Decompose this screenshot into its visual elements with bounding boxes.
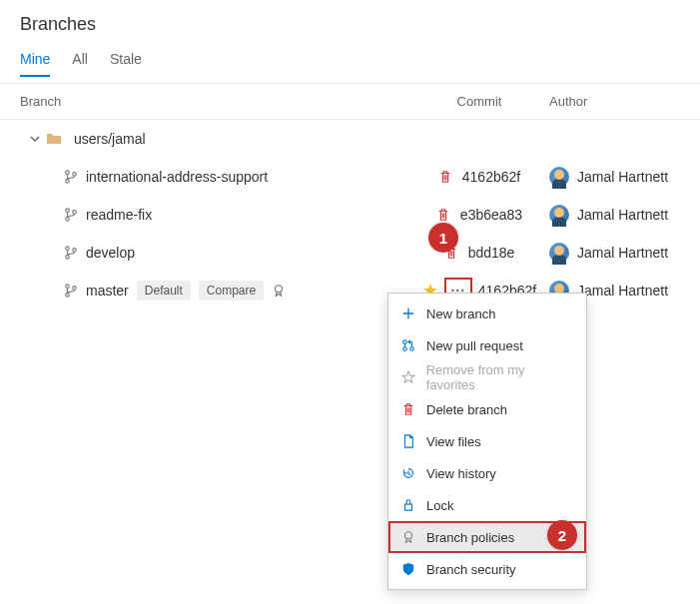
star-outline-icon <box>400 370 416 384</box>
branch-name: master <box>86 283 129 299</box>
trash-icon[interactable] <box>436 208 450 222</box>
avatar <box>549 243 569 263</box>
svg-point-5 <box>73 211 77 215</box>
shield-icon <box>400 562 416 576</box>
menu-view-files[interactable]: View files <box>388 425 586 457</box>
commit-hash[interactable]: e3b6ea83 <box>460 207 522 223</box>
author-name: Jamal Hartnett <box>577 283 668 299</box>
branch-row[interactable]: develop bdd18e Jamal Hartnett <box>0 234 700 272</box>
menu-branch-security[interactable]: Branch security <box>388 553 586 585</box>
svg-point-12 <box>276 286 283 293</box>
svg-rect-16 <box>405 504 412 510</box>
branch-name: international-address-support <box>86 169 268 185</box>
svg-point-2 <box>73 173 77 177</box>
svg-point-6 <box>66 247 70 251</box>
commit-hash[interactable]: bdd18e <box>468 245 515 261</box>
avatar <box>549 167 569 187</box>
menu-remove-favorite: Remove from my favorites <box>388 361 586 393</box>
default-badge: Default <box>137 281 191 301</box>
svg-point-1 <box>66 180 70 184</box>
rosette-icon <box>272 284 286 298</box>
compare-badge: Compare <box>199 281 264 301</box>
branch-name: develop <box>86 245 135 261</box>
author-name: Jamal Hartnett <box>577 207 668 223</box>
trash-icon <box>400 402 416 416</box>
branch-row[interactable]: readme-fix e3b6ea83 Jamal Hartnett <box>0 196 700 234</box>
tab-mine[interactable]: Mine <box>20 45 50 77</box>
tab-all[interactable]: All <box>72 45 88 77</box>
menu-label: New branch <box>426 306 495 321</box>
menu-lock[interactable]: Lock <box>388 489 586 521</box>
menu-label: View files <box>426 434 481 449</box>
svg-point-13 <box>403 340 407 344</box>
pull-request-icon <box>400 338 416 352</box>
file-icon <box>400 434 416 448</box>
callout-2: 2 <box>547 520 577 550</box>
menu-view-history[interactable]: View history <box>388 457 586 489</box>
menu-label: Lock <box>426 498 453 513</box>
svg-point-14 <box>403 347 407 351</box>
svg-point-4 <box>66 218 70 222</box>
branch-row[interactable]: master Default Compare ··· 4162b62f Jama… <box>0 272 700 309</box>
plus-icon <box>400 306 416 320</box>
branch-name: readme-fix <box>86 207 152 223</box>
svg-point-3 <box>66 209 70 213</box>
folder-name: users/jamal <box>74 131 146 147</box>
menu-label: Delete branch <box>426 402 507 417</box>
menu-new-pull-request[interactable]: New pull request <box>388 329 586 361</box>
tabs: Mine All Stale <box>20 45 680 77</box>
svg-point-10 <box>66 294 70 298</box>
folder-row[interactable]: users/jamal <box>0 120 700 158</box>
col-header-author[interactable]: Author <box>539 94 680 109</box>
svg-point-17 <box>405 532 412 539</box>
menu-label: Remove from my favorites <box>426 362 574 392</box>
commit-hash[interactable]: 4162b62f <box>462 169 520 185</box>
svg-point-15 <box>410 347 414 351</box>
page-title: Branches <box>20 14 680 35</box>
menu-label: View history <box>426 466 496 481</box>
menu-new-branch[interactable]: New branch <box>388 298 586 329</box>
svg-point-8 <box>73 249 77 253</box>
svg-point-9 <box>66 285 70 289</box>
menu-label: New pull request <box>426 338 523 353</box>
menu-label: Branch security <box>426 562 516 577</box>
trash-icon[interactable] <box>438 170 452 184</box>
menu-delete-branch[interactable]: Delete branch <box>388 393 586 425</box>
col-header-commit[interactable]: Commit <box>419 94 539 109</box>
author-name: Jamal Hartnett <box>577 169 668 185</box>
branch-icon <box>64 170 78 184</box>
svg-point-11 <box>73 287 77 291</box>
folder-icon <box>46 132 62 146</box>
column-headers: Branch Commit Author <box>0 84 700 120</box>
rosette-icon <box>400 530 416 544</box>
tab-stale[interactable]: Stale <box>110 45 142 77</box>
svg-point-0 <box>66 171 70 175</box>
chevron-down-icon[interactable] <box>30 134 40 144</box>
col-header-branch[interactable]: Branch <box>20 94 419 109</box>
branch-row[interactable]: international-address-support 4162b62f J… <box>0 158 700 196</box>
branch-icon <box>64 208 78 222</box>
lock-icon <box>400 498 416 512</box>
callout-1: 1 <box>428 223 458 253</box>
author-name: Jamal Hartnett <box>577 245 668 261</box>
svg-point-7 <box>66 256 70 260</box>
menu-label: Branch policies <box>426 530 514 545</box>
branch-icon <box>64 246 78 260</box>
history-icon <box>400 466 416 480</box>
branch-icon <box>64 284 78 298</box>
avatar <box>549 205 569 225</box>
